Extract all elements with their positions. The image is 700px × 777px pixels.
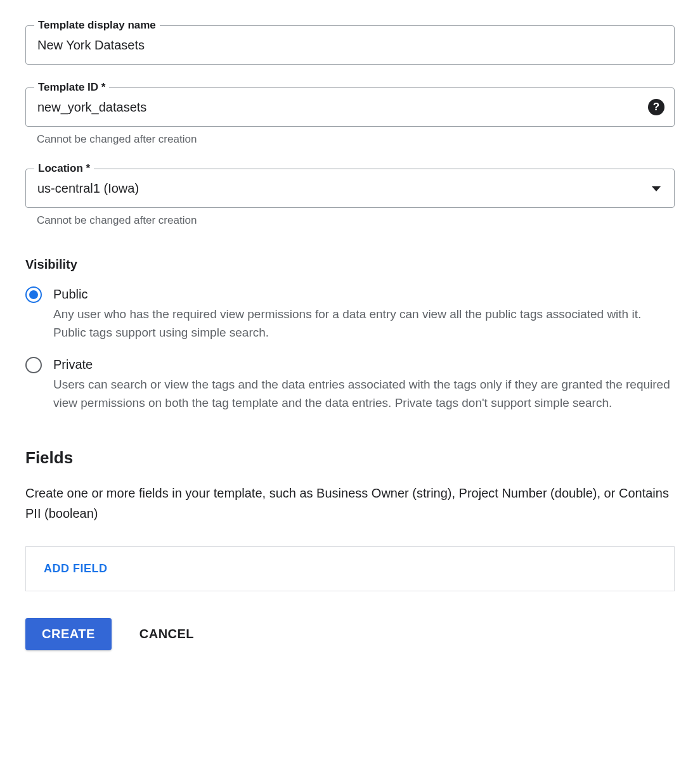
location-helper: Cannot be changed after creation bbox=[37, 214, 675, 227]
add-field-container: ADD FIELD bbox=[25, 546, 675, 591]
location-field: Location * us-central1 (Iowa) bbox=[25, 169, 675, 208]
visibility-public-option[interactable]: Public Any user who has the required vie… bbox=[25, 286, 675, 342]
template-id-field: Template ID * ? bbox=[25, 87, 675, 127]
cancel-button[interactable]: CANCEL bbox=[139, 627, 194, 641]
template-id-label: Template ID * bbox=[34, 81, 109, 94]
template-display-name-field: Template display name bbox=[25, 25, 675, 65]
visibility-public-desc: Any user who has the required view permi… bbox=[53, 305, 675, 342]
create-button[interactable]: CREATE bbox=[25, 618, 112, 650]
location-value: us-central1 (Iowa) bbox=[37, 181, 139, 196]
fields-description: Create one or more fields in your templa… bbox=[25, 483, 675, 523]
template-id-helper: Cannot be changed after creation bbox=[37, 133, 675, 146]
template-display-name-label: Template display name bbox=[34, 19, 160, 32]
action-row: CREATE CANCEL bbox=[25, 618, 675, 650]
location-label: Location * bbox=[34, 162, 94, 175]
template-id-input[interactable] bbox=[25, 87, 675, 127]
add-field-button[interactable]: ADD FIELD bbox=[44, 562, 108, 575]
visibility-private-option[interactable]: Private Users can search or view the tag… bbox=[25, 356, 675, 413]
visibility-private-desc: Users can search or view the tags and th… bbox=[53, 375, 675, 413]
fields-heading: Fields bbox=[25, 448, 675, 468]
visibility-public-label: Public bbox=[53, 286, 675, 302]
visibility-heading: Visibility bbox=[25, 257, 675, 272]
location-select[interactable]: us-central1 (Iowa) bbox=[25, 169, 675, 208]
radio-private[interactable] bbox=[25, 357, 42, 373]
help-icon[interactable]: ? bbox=[648, 99, 664, 115]
radio-public[interactable] bbox=[25, 286, 42, 303]
visibility-private-label: Private bbox=[53, 356, 675, 373]
